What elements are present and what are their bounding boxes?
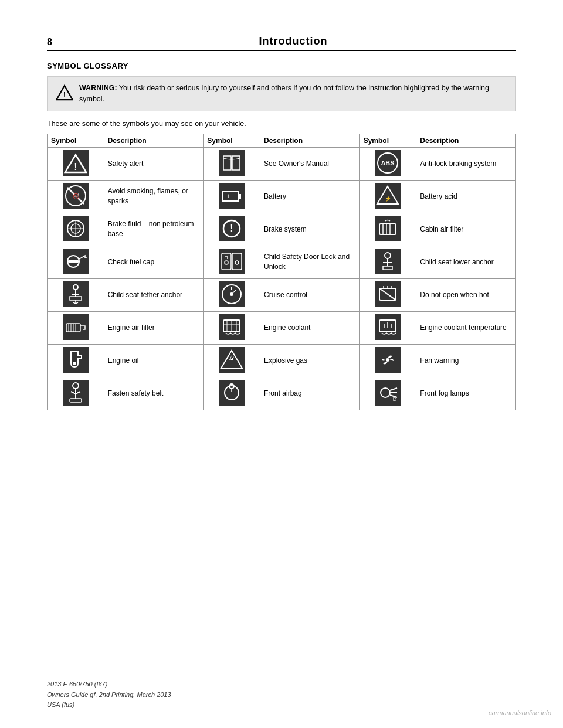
col-header-desc3: Description <box>416 134 516 147</box>
col-header-symbol2: Symbol <box>204 134 260 147</box>
table-row: Fasten safety beltFront airbagDFront fog… <box>48 377 516 410</box>
desc-brake-system-icon: Brake system <box>260 213 360 246</box>
col-header-desc2: Description <box>260 134 360 147</box>
desc-do-not-open-when-hot-icon: Do not open when hot <box>416 278 516 311</box>
table-row: Check fuel capChild Safety Door Lock and… <box>48 246 516 278</box>
svg-rect-31 <box>375 216 401 241</box>
desc-child-safety-door-lock-icon: Child Safety Door Lock and Unlock <box>260 246 360 278</box>
footer-line1: 2013 F-650/750 (f67) <box>47 679 171 690</box>
child-seat-tether-icon <box>48 278 104 311</box>
battery-acid-icon: ⚡ <box>359 180 416 213</box>
svg-point-75 <box>386 358 389 362</box>
watermark: carmanualsonline.info <box>489 709 551 716</box>
col-header-desc1: Description <box>104 134 204 147</box>
desc-safety-alert-icon: Safety alert <box>104 147 204 180</box>
safety-alert-icon: ! <box>48 147 104 180</box>
desc-fan-warning-icon: Fan warning <box>416 344 516 377</box>
owners-manual-icon <box>204 147 260 180</box>
footer-line2: Owners Guide gf, 2nd Printing, March 201… <box>47 690 171 700</box>
table-row: Child seat tether anchorCruise controlDo… <box>48 278 516 311</box>
warning-body: You risk death or serious injury to your… <box>79 84 489 103</box>
brake-system-icon: ! <box>204 213 260 246</box>
explosive-gas-icon <box>204 344 260 377</box>
brake-fluid-icon <box>48 213 104 246</box>
table-row: Engine oilExplosive gasFan warning <box>48 344 516 377</box>
page-title: Introduction <box>70 35 516 47</box>
table-row: Brake fluid – non petroleum base!Brake s… <box>48 213 516 246</box>
warning-triangle-icon: ! <box>56 84 73 101</box>
desc-child-seat-tether-icon: Child seat tether anchor <box>104 278 204 311</box>
svg-text:🚭: 🚭 <box>72 193 79 200</box>
child-safety-door-lock-icon <box>204 246 260 278</box>
svg-rect-70 <box>63 347 89 373</box>
child-seat-lower-anchor-icon <box>359 246 416 278</box>
svg-text:ABS: ABS <box>381 159 395 166</box>
fasten-safety-belt-icon <box>48 377 104 410</box>
desc-brake-fluid-icon: Brake fluid – non petroleum base <box>104 213 204 246</box>
desc-front-fog-lamps-icon: Front fog lamps <box>416 377 516 410</box>
battery-icon: +− <box>204 180 260 213</box>
col-header-symbol3: Symbol <box>359 134 416 147</box>
front-fog-lamps-icon: D <box>359 377 416 410</box>
warning-box: ! WARNING: You risk death or serious inj… <box>47 76 516 111</box>
page-footer: 2013 F-650/750 (f67) Owners Guide gf, 2n… <box>47 679 171 710</box>
check-fuel-cap-icon <box>48 246 104 278</box>
desc-abs-icon: Anti-lock braking system <box>416 147 516 180</box>
symbol-table: Symbol Description Symbol Description Sy… <box>47 134 516 410</box>
warning-text: WARNING: You risk death or serious injur… <box>79 83 507 105</box>
engine-coolant-temperature-icon <box>359 311 416 344</box>
desc-engine-air-filter-icon: Engine air filter <box>104 311 204 344</box>
footer-line3: USA (fus) <box>47 700 171 710</box>
table-row: 🚭Avoid smoking, flames, or sparks+−Batte… <box>48 180 516 213</box>
do-not-open-when-hot-icon <box>359 278 416 311</box>
desc-no-smoking-icon: Avoid smoking, flames, or sparks <box>104 180 204 213</box>
engine-air-filter-icon <box>48 311 104 344</box>
desc-engine-coolant-icon: Engine coolant <box>260 311 360 344</box>
desc-battery-acid-icon: Battery acid <box>416 180 516 213</box>
svg-text:!: ! <box>74 162 77 172</box>
desc-front-airbag-icon: Front airbag <box>260 377 360 410</box>
desc-cruise-control-icon: Cruise control <box>260 278 360 311</box>
abs-icon: ABS <box>359 147 416 180</box>
desc-engine-oil-icon: Engine oil <box>104 344 204 377</box>
front-airbag-icon <box>204 377 260 410</box>
svg-text:+−: +− <box>227 192 235 199</box>
desc-engine-coolant-temperature-icon: Engine coolant temperature <box>416 311 516 344</box>
svg-point-71 <box>73 362 76 365</box>
table-row: Engine air filterEngine coolantEngine co… <box>48 311 516 344</box>
desc-explosive-gas-icon: Explosive gas <box>260 344 360 377</box>
svg-text:D: D <box>393 396 397 402</box>
svg-text:!: ! <box>230 223 233 233</box>
intro-text: These are some of the symbols you may se… <box>47 120 516 128</box>
desc-child-seat-lower-anchor-icon: Child seat lower anchor <box>416 246 516 278</box>
warning-label: WARNING: <box>79 84 117 92</box>
desc-battery-icon: Battery <box>260 180 360 213</box>
cruise-control-icon <box>204 278 260 311</box>
svg-rect-39 <box>219 249 245 274</box>
col-header-symbol1: Symbol <box>48 134 104 147</box>
page-number: 8 <box>47 37 70 47</box>
no-smoking-icon: 🚭 <box>48 180 104 213</box>
svg-text:⚡: ⚡ <box>385 195 392 202</box>
desc-check-fuel-cap-icon: Check fuel cap <box>104 246 204 278</box>
page-container: 8 Introduction SYMBOL GLOSSARY ! WARNING… <box>0 0 563 434</box>
desc-cabin-air-filter-icon: Cabin air filter <box>416 213 516 246</box>
desc-owners-manual-icon: See Owner's Manual <box>260 147 360 180</box>
table-row: !Safety alertSee Owner's ManualABSAnti-l… <box>48 147 516 180</box>
cabin-air-filter-icon <box>359 213 416 246</box>
section-heading: SYMBOL GLOSSARY <box>47 62 516 70</box>
fan-warning-icon <box>359 344 416 377</box>
engine-coolant-icon <box>204 311 260 344</box>
svg-rect-18 <box>238 194 241 199</box>
page-header: 8 Introduction <box>47 35 516 51</box>
svg-rect-38 <box>67 260 79 263</box>
desc-fasten-safety-belt-icon: Fasten safety belt <box>104 377 204 410</box>
svg-text:!: ! <box>63 90 66 99</box>
engine-oil-icon <box>48 344 104 377</box>
